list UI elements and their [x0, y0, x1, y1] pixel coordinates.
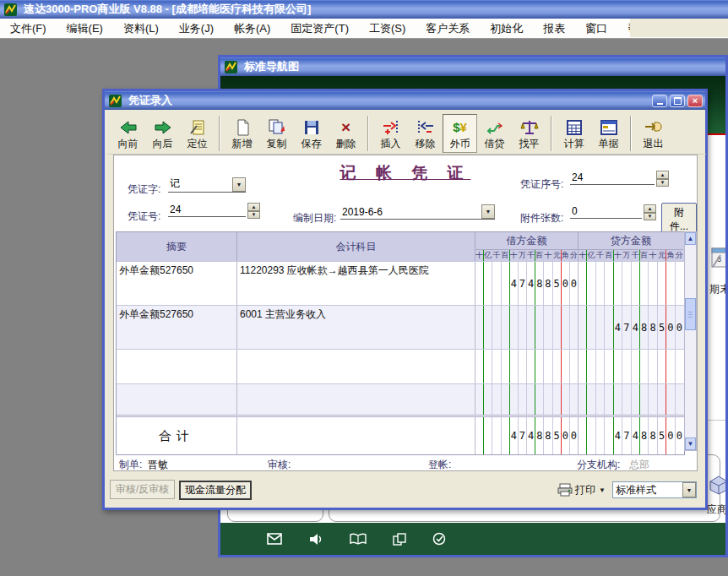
copy-icon[interactable] — [393, 533, 406, 546]
summary-cell[interactable] — [117, 384, 237, 415]
serial-spinner[interactable]: ▲▼ — [656, 171, 669, 187]
menu-item-7[interactable]: 客户关系 — [416, 19, 480, 39]
date-label: 编制日期: — [293, 211, 336, 226]
toolbar-button-label: 定位 — [187, 138, 208, 149]
account-cell[interactable]: 11220293 应收帐款→越西县第一人民医院 — [237, 262, 475, 305]
nav-side-divider — [705, 420, 725, 421]
voucher-row-1[interactable]: 外单金额5276506001 主营业务收入47488500 — [117, 305, 684, 349]
menu-item-1[interactable]: 编辑(E) — [57, 19, 113, 39]
nav-titlebar[interactable]: 标准导航图 — [220, 57, 725, 76]
maker-label: 制单: — [119, 458, 142, 472]
account-cell[interactable] — [237, 384, 475, 415]
scroll-down-button[interactable]: ▼ — [685, 437, 696, 450]
period-end-label[interactable]: 期末 — [709, 282, 725, 296]
menu-item-4[interactable]: 帐务(A) — [224, 19, 280, 39]
voucher-row-0[interactable]: 外单金额52765011220293 应收帐款→越西县第一人民医院4748850… — [117, 261, 684, 305]
close-button[interactable]: × — [687, 95, 703, 107]
print-icon — [557, 483, 573, 497]
voucher-row-2[interactable] — [117, 349, 684, 383]
menu-item-2[interactable]: 资料(L) — [113, 19, 169, 39]
toolbar-button-next[interactable]: 向后 — [145, 114, 180, 153]
arrow-right-icon — [154, 117, 172, 138]
menu-item-10[interactable]: 窗口 — [575, 19, 617, 39]
menu-item-8[interactable]: 初始化 — [480, 19, 533, 39]
toolbar-button-label: 向后 — [153, 138, 173, 149]
dialog-title: 凭证录入 — [128, 93, 652, 108]
total-row: 合计 47488500 47488500 — [117, 415, 684, 454]
scroll-up-button[interactable]: ▲ — [685, 232, 696, 245]
toolbar-button-prev[interactable]: 向前 — [111, 114, 145, 153]
toolbar-button-document[interactable]: 单据 — [591, 114, 626, 153]
account-cell[interactable]: 6001 主营业务收入 — [237, 306, 475, 349]
account-cell[interactable] — [237, 350, 475, 383]
period-end-icon[interactable]: 3 — [710, 245, 725, 270]
debit-cell[interactable]: 47488500 — [475, 262, 579, 305]
supplier-label[interactable]: 应商 — [707, 503, 725, 517]
speaker-icon[interactable] — [308, 533, 323, 546]
toolbar-button-foreign-currency[interactable]: $¥外币 — [443, 114, 477, 153]
toolbar-button-save[interactable]: 保存 — [294, 114, 329, 153]
toolbar-button-remove[interactable]: 移除 — [408, 114, 443, 153]
date-dropdown-icon[interactable]: ▼ — [481, 204, 495, 219]
menu-item-9[interactable]: 报表 — [533, 19, 575, 39]
credit-cell[interactable] — [579, 384, 683, 415]
toolbar-button-label: 新增 — [232, 138, 253, 149]
toolbar-button-locate[interactable]: 定位 — [180, 114, 215, 153]
debit-cell[interactable] — [475, 350, 579, 383]
credit-cell[interactable] — [579, 262, 683, 305]
task-icon[interactable] — [432, 532, 446, 546]
print-style-select[interactable]: 标准样式 ▼ — [612, 481, 697, 498]
toolbar-button-balance[interactable]: 找平 — [512, 114, 546, 153]
summary-cell[interactable]: 外单金额527650 — [117, 306, 237, 349]
arrow-left-icon — [119, 117, 138, 138]
toolbar-button-insert[interactable]: 插入 — [373, 114, 408, 153]
voucher-table-body: 外单金额52765011220293 应收帐款→越西县第一人民医院4748850… — [117, 261, 684, 415]
toolbar-button-debit-credit[interactable]: 借贷 — [477, 114, 512, 153]
number-field[interactable]: 24 — [168, 203, 246, 217]
attach-count-spinner[interactable]: ▲▼ — [644, 204, 656, 220]
date-select[interactable]: 2019-6-6 ▼ — [340, 204, 495, 220]
cashflow-button[interactable]: 现金流量分配 — [179, 481, 252, 500]
maximize-button[interactable] — [670, 95, 685, 107]
book-icon[interactable] — [350, 533, 367, 545]
audit-toggle-button[interactable]: 审核/反审核 — [110, 480, 175, 499]
toolbar-button-label: 删除 — [336, 138, 356, 149]
mail-icon[interactable] — [267, 533, 282, 545]
debit-cell[interactable] — [475, 306, 579, 349]
voucher-word-dropdown-icon[interactable]: ▼ — [232, 177, 246, 192]
toolbar-button-delete[interactable]: ×删除 — [329, 114, 363, 153]
attach-count-field[interactable]: 0 — [570, 204, 642, 219]
toolbar-button-label: 退出 — [644, 138, 664, 149]
menu-item-5[interactable]: 固定资产(T) — [280, 19, 359, 39]
summary-cell[interactable] — [117, 350, 237, 383]
menu-item-0[interactable]: 文件(F) — [0, 19, 57, 39]
number-spinner[interactable]: ▲▼ — [247, 203, 260, 219]
credit-cell[interactable] — [579, 350, 683, 383]
debit-cell[interactable] — [475, 384, 579, 415]
toolbar-button-calculate[interactable]: 计算 — [557, 114, 591, 153]
print-button[interactable]: 打印 — [575, 483, 595, 497]
minimize-button[interactable] — [652, 95, 667, 107]
scroll-thumb[interactable] — [685, 298, 696, 330]
menu-item-6[interactable]: 工资(S) — [359, 19, 416, 39]
menu-item-3[interactable]: 业务(J) — [169, 19, 224, 39]
table-scrollbar[interactable]: ▲ ▼ — [684, 231, 697, 451]
credit-cell[interactable]: 47488500 — [579, 306, 683, 349]
voucher-row-3[interactable] — [117, 383, 684, 415]
print-dropdown-arrow-icon[interactable]: ▼ — [599, 486, 606, 494]
toolbar-button-copy[interactable]: 复制 — [259, 114, 294, 153]
toolbar-button-label: 借贷 — [485, 138, 505, 149]
serial-field[interactable]: 24 — [570, 171, 655, 185]
dialog-titlebar[interactable]: 凭证录入 × — [105, 91, 705, 110]
desktop: 速达3000-PRO商业版 V8.88 - [成都培能医疗科技有限公司] 文件(… — [0, 0, 728, 576]
voucher-word-select[interactable]: 记 ▼ — [168, 176, 246, 193]
style-dropdown-icon[interactable]: ▼ — [682, 482, 696, 497]
voucher-table: 摘要 会计科目 借方金额 十亿千百十万千百十元角分 贷方金额 十亿千百十万千百十… — [116, 231, 685, 455]
maker-value: 晋敏 — [148, 458, 168, 472]
toolbar-button-new[interactable]: 新增 — [225, 114, 259, 153]
toolbar-button-exit[interactable]: 退出 — [636, 114, 671, 153]
debit-credit-icon — [486, 117, 504, 138]
supplier-icon[interactable] — [709, 473, 725, 495]
summary-cell[interactable]: 外单金额527650 — [117, 262, 237, 305]
total-debit-digits: 47488500 — [475, 417, 578, 454]
